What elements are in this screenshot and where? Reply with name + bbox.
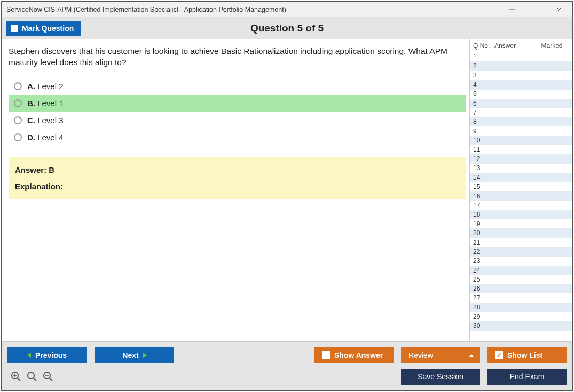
review-button[interactable]: Review xyxy=(401,347,480,363)
arrow-right-icon xyxy=(143,353,147,358)
maximize-button[interactable] xyxy=(524,3,547,17)
question-list-row[interactable]: 9 xyxy=(470,126,572,135)
previous-label: Previous xyxy=(35,351,67,359)
checkbox-checked-icon: ✓ xyxy=(495,351,503,359)
question-list-row[interactable]: 13 xyxy=(470,164,572,173)
question-list-row[interactable]: 12 xyxy=(470,154,572,163)
svg-line-5 xyxy=(18,378,20,381)
question-list-row[interactable]: 18 xyxy=(470,210,572,219)
question-list-row[interactable]: 27 xyxy=(470,293,572,302)
question-list-row[interactable]: 8 xyxy=(470,117,572,126)
question-list-row[interactable]: 3 xyxy=(470,71,572,80)
close-button[interactable] xyxy=(547,3,571,17)
zoom-reset-button[interactable] xyxy=(10,370,22,383)
zoom-in-icon xyxy=(27,371,37,382)
radio-icon xyxy=(14,116,22,124)
show-answer-label: Show Answer xyxy=(334,351,383,359)
minimize-button[interactable] xyxy=(500,3,524,17)
question-list-row[interactable]: 14 xyxy=(470,173,572,182)
content-area: Stephen discovers that his customer is l… xyxy=(2,39,572,341)
question-list-row[interactable]: 2 xyxy=(470,61,572,70)
show-list-label: Show List xyxy=(507,351,542,359)
answer-box: Answer: B Explanation: xyxy=(9,157,466,199)
question-list[interactable]: 1234567891011121314151617181920212223242… xyxy=(470,52,572,341)
question-list-row[interactable]: 30 xyxy=(470,321,572,330)
previous-button[interactable]: Previous xyxy=(7,347,87,363)
question-list-row[interactable]: 10 xyxy=(470,136,572,145)
maximize-icon xyxy=(533,7,538,12)
question-list-row[interactable]: 4 xyxy=(470,80,572,89)
next-button[interactable]: Next xyxy=(95,347,174,363)
col-header-answer: Answer xyxy=(494,42,532,50)
end-exam-label: End Exam xyxy=(510,372,545,381)
window-title: ServiceNow CIS-APM (Certified Implementa… xyxy=(6,6,286,13)
answer-label: Answer: B xyxy=(15,165,460,174)
question-list-row[interactable]: 15 xyxy=(470,182,572,191)
question-panel: Stephen discovers that his customer is l… xyxy=(2,39,469,341)
question-list-row[interactable]: 26 xyxy=(470,284,572,293)
option-label: B. Level 1 xyxy=(27,99,64,108)
question-list-row[interactable]: 20 xyxy=(470,228,572,237)
radio-icon xyxy=(14,99,22,107)
question-list-row[interactable]: 23 xyxy=(470,257,572,266)
checkbox-icon xyxy=(11,25,18,32)
question-list-row[interactable]: 19 xyxy=(470,219,572,228)
option-label: D. Level 4 xyxy=(27,133,64,142)
save-session-label: Save Session xyxy=(418,372,463,381)
footer-row-1: Previous Next Show Answer Review ✓ Show … xyxy=(7,347,567,363)
svg-point-8 xyxy=(28,372,34,379)
option-label: C. Level 3 xyxy=(27,116,64,125)
question-list-row[interactable]: 25 xyxy=(470,275,572,284)
zoom-out-icon xyxy=(43,371,53,382)
save-session-button[interactable]: Save Session xyxy=(401,369,480,385)
question-list-row[interactable]: 5 xyxy=(470,90,572,99)
options-list: A. Level 2B. Level 1C. Level 3D. Level 4 xyxy=(9,78,466,146)
question-list-row[interactable]: 24 xyxy=(470,266,572,275)
nav-buttons: Previous Next xyxy=(7,347,174,363)
zoom-reset-icon xyxy=(11,371,21,382)
radio-icon xyxy=(14,82,22,90)
question-list-panel: Q No. Answer Marked 12345678910111213141… xyxy=(469,39,572,341)
action-buttons: Show Answer Review ✓ Show List xyxy=(314,347,567,363)
zoom-in-button[interactable] xyxy=(26,370,38,383)
col-header-marked: Marked xyxy=(532,42,572,50)
titlebar: ServiceNow CIS-APM (Certified Implementa… xyxy=(2,2,572,17)
end-exam-button[interactable]: End Exam xyxy=(487,369,567,385)
window-controls xyxy=(500,3,571,17)
question-list-row[interactable]: 17 xyxy=(470,201,572,210)
question-text: Stephen discovers that his customer is l… xyxy=(9,46,466,68)
svg-line-11 xyxy=(50,378,52,381)
header-bar: Mark Question Question 5 of 5 xyxy=(2,17,572,39)
question-list-row[interactable]: 28 xyxy=(470,303,572,312)
zoom-out-button[interactable] xyxy=(42,370,54,383)
svg-rect-1 xyxy=(533,7,538,12)
question-list-row[interactable]: 7 xyxy=(470,108,572,117)
session-buttons: Save Session End Exam xyxy=(401,369,567,385)
next-label: Next xyxy=(122,351,138,359)
question-list-row[interactable]: 1 xyxy=(470,52,572,61)
mark-question-label: Mark Question xyxy=(22,24,74,33)
review-label: Review xyxy=(408,351,433,359)
arrow-left-icon xyxy=(27,353,31,358)
option-A[interactable]: A. Level 2 xyxy=(9,78,466,95)
radio-icon xyxy=(14,133,22,141)
question-list-row[interactable]: 6 xyxy=(470,99,572,108)
footer-row-2: Save Session End Exam xyxy=(7,369,567,385)
col-header-qno: Q No. xyxy=(470,42,494,50)
option-D[interactable]: D. Level 4 xyxy=(9,129,466,146)
option-B[interactable]: B. Level 1 xyxy=(9,95,466,112)
question-list-row[interactable]: 22 xyxy=(470,247,572,256)
footer-bar: Previous Next Show Answer Review ✓ Show … xyxy=(2,341,572,390)
question-list-row[interactable]: 11 xyxy=(470,145,572,154)
question-list-row[interactable]: 21 xyxy=(470,238,572,247)
zoom-controls xyxy=(7,370,54,383)
show-answer-button[interactable]: Show Answer xyxy=(314,347,394,363)
close-icon xyxy=(556,7,562,12)
question-list-row[interactable]: 29 xyxy=(470,312,572,321)
question-list-row[interactable]: 16 xyxy=(470,191,572,201)
option-C[interactable]: C. Level 3 xyxy=(9,112,466,129)
question-list-header: Q No. Answer Marked xyxy=(470,39,572,52)
mark-question-button[interactable]: Mark Question xyxy=(6,21,81,36)
show-list-button[interactable]: ✓ Show List xyxy=(487,347,567,363)
explanation-label: Explanation: xyxy=(15,182,460,191)
